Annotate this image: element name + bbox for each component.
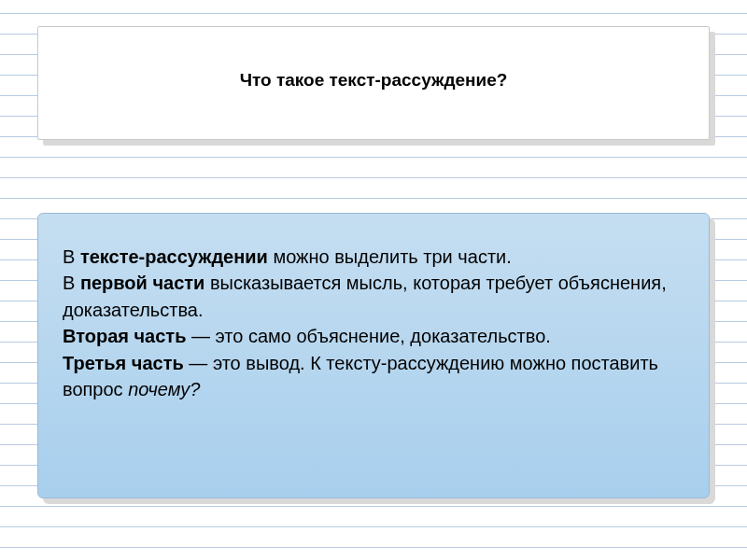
bold-1: тексте-рассуждении: [80, 246, 268, 267]
body-panel: В тексте-рассуждении можно выделить три …: [37, 213, 710, 498]
title-panel: Что такое текст-рассуждение?: [37, 26, 710, 140]
bold-2: первой части: [80, 273, 204, 293]
title-text: Что такое текст-рассуждение?: [240, 70, 508, 91]
bold-3: Вторая часть: [63, 326, 186, 346]
bold-4: Третья часть: [63, 353, 184, 373]
ruled-line: [0, 547, 747, 548]
ruled-line: [0, 13, 747, 14]
body-text: В тексте-рассуждении можно выделить три …: [63, 244, 684, 402]
italic-why: почему?: [128, 379, 200, 399]
